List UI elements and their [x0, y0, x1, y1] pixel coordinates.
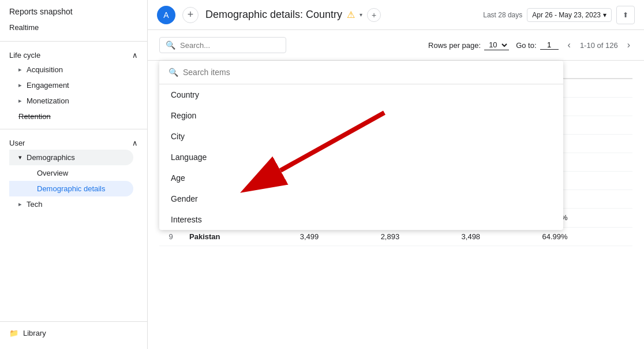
dropdown-item-language[interactable]: Language: [159, 147, 563, 168]
export-icon: ⬆: [623, 11, 628, 19]
dropdown-search-input[interactable]: [183, 68, 554, 77]
main-content: A + Demographic details: Country ⚠ ▾ + L…: [148, 0, 644, 349]
lifecycle-header[interactable]: Life cycle ∧: [9, 49, 138, 62]
divider-1: [0, 41, 147, 42]
user-header[interactable]: User ∧: [9, 136, 138, 150]
add-icon: +: [188, 9, 194, 21]
library-label: Library: [23, 329, 46, 337]
rows-per-page-label: Rows per page:: [428, 41, 481, 50]
user-collapse-icon: ∧: [132, 139, 138, 147]
date-range-arrow-icon: ▾: [603, 11, 606, 19]
sidebar-item-monetization[interactable]: ▸ Monetization: [9, 93, 133, 109]
goto-label: Go to:: [516, 41, 536, 50]
sidebar-item-acquisition[interactable]: ▸ Acquisition: [9, 62, 133, 77]
sidebar-item-engagement[interactable]: ▸ Engagement: [9, 77, 133, 93]
rows-per-page-select[interactable]: 10 25 50: [484, 40, 509, 50]
header-actions: Last 28 days Apr 26 - May 23, 2023 ▾ ⬆: [483, 6, 635, 24]
overview-label: Overview: [37, 169, 68, 177]
engagement-arrow-icon: ▸: [18, 81, 22, 89]
rows-per-page-control: Rows per page: 10 25 50: [428, 40, 509, 50]
title-dropdown-icon[interactable]: ▾: [360, 12, 362, 18]
dropdown-item-interests[interactable]: Interests: [159, 209, 563, 230]
dropdown-item-gender[interactable]: Gender: [159, 188, 563, 209]
dimension-dropdown: 🔍 Country Region City Language Age: [159, 61, 563, 230]
lifecycle-label: Life cycle: [9, 51, 40, 60]
dropdown-item-region[interactable]: Region: [159, 105, 563, 126]
search-input[interactable]: [180, 41, 280, 50]
sidebar-item-overview[interactable]: Overview: [9, 165, 133, 181]
page-title-text: Demographic details: Country: [205, 9, 342, 21]
pagination-controls: Rows per page: 10 25 50 Go to: ‹ 1-10 of…: [428, 39, 632, 51]
sidebar-item-demographic-details[interactable]: Demographic details: [9, 181, 133, 196]
search-icon: 🔍: [166, 40, 175, 50]
sidebar-item-demographics[interactable]: ▾ Demographics: [9, 150, 133, 165]
search-box[interactable]: 🔍: [159, 37, 286, 53]
table-wrapper: 🔍 Country Region City Language Age: [148, 61, 644, 246]
acquisition-label: Acquisition: [27, 65, 63, 74]
sidebar-item-library[interactable]: 📁 Library: [0, 324, 147, 342]
divider-2: [0, 129, 147, 129]
avatar-button[interactable]: A: [157, 6, 175, 24]
dropdown-item-city[interactable]: City: [159, 126, 563, 147]
monetization-label: Monetization: [27, 96, 69, 105]
page-title: Demographic details: Country ⚠ ▾ +: [205, 8, 476, 22]
demographics-label: Demographics: [27, 153, 75, 162]
tech-arrow-icon: ▸: [18, 201, 22, 208]
demographic-details-label: Demographic details: [37, 184, 106, 193]
sidebar: Reports snapshot Realtime Life cycle ∧ ▸…: [0, 0, 148, 349]
add-report-button[interactable]: +: [182, 7, 199, 23]
goto-control: Go to:: [516, 40, 558, 50]
engagement-label: Engagement: [27, 81, 69, 90]
divider-3: [0, 321, 147, 322]
dropdown-item-age[interactable]: Age: [159, 168, 563, 188]
dropdown-item-country[interactable]: Country: [159, 84, 563, 105]
user-label: User: [9, 139, 25, 147]
add-comparison-button[interactable]: +: [367, 8, 381, 22]
demographics-arrow-icon: ▾: [18, 154, 22, 161]
avatar-letter: A: [163, 10, 169, 20]
prev-page-button[interactable]: ‹: [566, 39, 573, 51]
app-title: Reports snapshot: [0, 0, 147, 21]
goto-input[interactable]: [540, 40, 559, 50]
sidebar-item-retention[interactable]: Retention: [9, 109, 133, 124]
content-area: 🔍 Rows per page: 10 25 50 Go to: ‹: [148, 30, 644, 349]
sidebar-item-realtime[interactable]: Realtime: [0, 21, 147, 39]
header-bar: A + Demographic details: Country ⚠ ▾ + L…: [148, 0, 644, 30]
next-page-button[interactable]: ›: [625, 39, 632, 51]
dropdown-search-box[interactable]: 🔍: [159, 61, 563, 84]
warning-icon: ⚠: [347, 9, 355, 20]
sidebar-item-tech[interactable]: ▸ Tech: [9, 196, 133, 212]
date-range-text: Apr 26 - May 23, 2023: [532, 11, 601, 19]
last-days-label: Last 28 days: [483, 11, 522, 19]
dropdown-search-icon: 🔍: [169, 68, 178, 77]
monetization-arrow-icon: ▸: [18, 97, 22, 105]
date-range-picker[interactable]: Apr 26 - May 23, 2023 ▾: [527, 8, 612, 22]
toolbar-row: 🔍 Rows per page: 10 25 50 Go to: ‹: [148, 30, 644, 61]
tech-label: Tech: [27, 200, 42, 209]
lifecycle-collapse-icon: ∧: [132, 51, 138, 60]
user-section: User ∧ ▾ Demographics Overview Demograph…: [0, 132, 147, 214]
lifecycle-section: Life cycle ∧ ▸ Acquisition ▸ Engagement …: [0, 44, 147, 127]
retention-label: Retention: [18, 112, 51, 121]
page-info: 1-10 of 126: [580, 41, 618, 50]
acquisition-arrow-icon: ▸: [18, 66, 22, 73]
export-button[interactable]: ⬆: [616, 6, 635, 24]
library-icon: 📁: [9, 329, 18, 337]
